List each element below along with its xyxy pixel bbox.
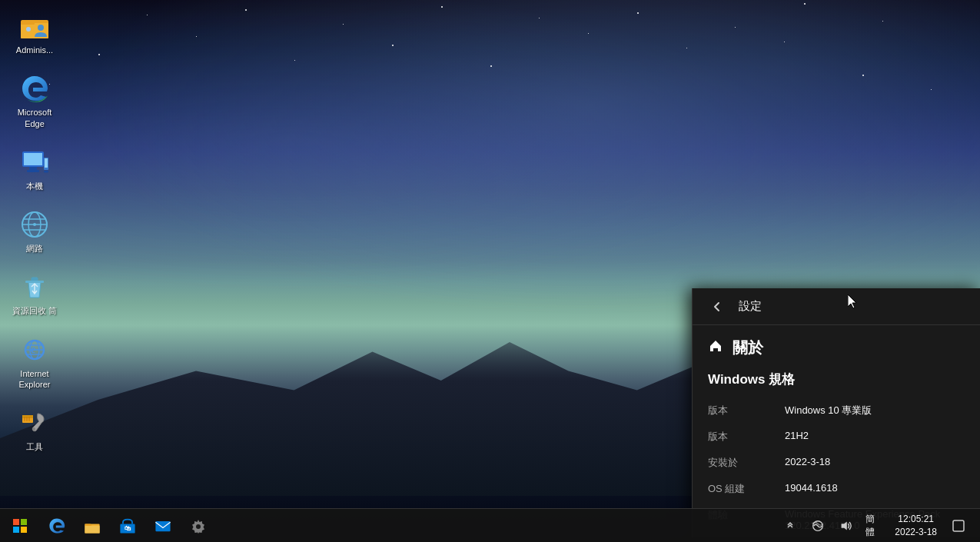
svg-point-31 — [32, 427, 35, 431]
settings-titlebar: 設定 — [693, 288, 980, 325]
spec-value-edition: Windows 10 專業版 — [785, 404, 965, 417]
desktop-icon-edge[interactable]: Microsoft Edge — [4, 70, 65, 132]
svg-rect-43 — [953, 520, 964, 531]
svg-rect-6 — [24, 153, 42, 165]
clock-time: 12:05:21 — [898, 513, 934, 526]
ie-label: Internet Explorer — [7, 368, 62, 391]
svg-text:🛍: 🛍 — [125, 524, 131, 532]
settings-panel-title: 設定 — [739, 299, 762, 314]
spec-key-install-date: 安裝於 — [708, 456, 785, 470]
svg-rect-10 — [45, 158, 48, 168]
svg-rect-7 — [29, 167, 37, 170]
svg-point-17 — [33, 223, 36, 226]
tools-label: 工具 — [26, 441, 43, 452]
taskbar-settings-indicator[interactable] — [181, 509, 215, 543]
taskbar-explorer[interactable] — [75, 509, 109, 543]
tray-input-method[interactable]: 簡體 — [861, 514, 885, 538]
svg-rect-32 — [13, 519, 19, 525]
spec-value-os-build: 19044.1618 — [785, 482, 965, 496]
recycle-bin-icon — [19, 271, 50, 302]
this-pc-icon — [19, 147, 50, 178]
svg-rect-2 — [21, 22, 35, 25]
notification-button[interactable] — [946, 514, 971, 538]
taskbar-apps: 🛍 — [40, 509, 215, 543]
svg-rect-34 — [13, 527, 19, 533]
spec-key-version: 版本 — [708, 430, 785, 444]
recycle-bin-label: 資源回收 筒 — [12, 305, 57, 316]
desktop-icon-this-pc[interactable]: 本機 — [4, 144, 65, 195]
spec-row-version: 版本 21H2 — [708, 424, 965, 450]
spec-value-version: 21H2 — [785, 430, 965, 444]
about-title: 關於 — [733, 338, 763, 358]
settings-panel: 設定 關於 Windows 規格 版本 Windows 10 專業版 版本 21… — [692, 288, 980, 537]
svg-rect-40 — [155, 521, 170, 531]
tray-volume[interactable] — [833, 514, 858, 538]
edge-label: Microsoft Edge — [7, 107, 62, 129]
clock-date: 2022-3-18 — [895, 526, 937, 539]
home-icon — [708, 338, 723, 357]
spec-key-edition: 版本 — [708, 404, 785, 417]
desktop-icon-network[interactable]: 網路 — [4, 206, 65, 257]
svg-rect-33 — [21, 519, 27, 525]
about-section: 關於 — [693, 325, 980, 364]
svg-point-3 — [38, 25, 44, 31]
start-button[interactable] — [3, 509, 37, 543]
tray-chevron[interactable] — [778, 514, 802, 538]
this-pc-label: 本機 — [26, 181, 43, 191]
network-icon — [19, 209, 50, 240]
svg-point-41 — [196, 524, 201, 529]
windows-spec-title: Windows 規格 — [693, 364, 980, 397]
desktop-icon-tools[interactable]: 工具 — [4, 404, 65, 455]
network-label: 網路 — [26, 243, 43, 254]
spec-row-edition: 版本 Windows 10 專業版 — [708, 397, 965, 424]
svg-point-11 — [44, 170, 48, 172]
taskbar-right: 簡體 12:05:21 2022-3-18 — [778, 511, 977, 540]
desktop-icon-administrator[interactable]: Adminis... — [4, 8, 65, 58]
svg-rect-8 — [27, 170, 39, 172]
tray-network[interactable] — [806, 514, 830, 538]
stars — [0, 0, 980, 298]
ie-icon: e — [19, 334, 50, 365]
back-button[interactable] — [705, 294, 729, 319]
svg-rect-37 — [85, 526, 99, 534]
spec-key-os-build: OS 組建 — [708, 482, 785, 496]
svg-rect-27 — [22, 415, 33, 418]
administrator-label: Adminis... — [16, 45, 53, 55]
spec-row-os-build: OS 組建 19044.1618 — [708, 476, 965, 502]
taskbar-store[interactable]: 🛍 — [111, 509, 145, 543]
svg-rect-18 — [25, 281, 44, 283]
administrator-icon — [19, 11, 50, 42]
spec-row-install-date: 安裝於 2022-3-18 — [708, 450, 965, 476]
desktop-icons-container: Adminis... — [4, 8, 65, 456]
svg-point-4 — [26, 27, 31, 32]
spec-value-install-date: 2022-3-18 — [785, 456, 965, 470]
desktop-icon-ie[interactable]: e Internet Explorer — [4, 331, 65, 394]
tools-icon — [19, 407, 50, 438]
edge-icon — [19, 73, 50, 104]
svg-text:e: e — [31, 344, 35, 355]
taskbar: 🛍 — [0, 508, 980, 542]
svg-rect-35 — [21, 527, 27, 533]
taskbar-mail[interactable] — [146, 509, 180, 543]
taskbar-clock[interactable]: 12:05:21 2022-3-18 — [889, 511, 943, 540]
desktop: Adminis... — [0, 0, 980, 542]
desktop-icon-recycle-bin[interactable]: 資源回收 筒 — [4, 268, 65, 319]
taskbar-edge[interactable] — [40, 509, 74, 543]
